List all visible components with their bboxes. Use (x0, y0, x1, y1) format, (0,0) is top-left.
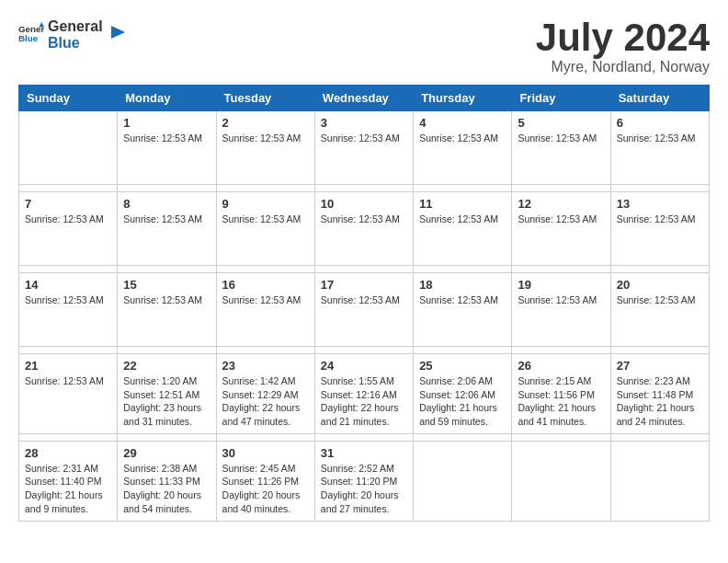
day-number: 14 (25, 278, 111, 292)
day-info: Sunrise: 12:53 AM (518, 213, 604, 226)
day-info: Sunrise: 2:52 AMSunset: 11:20 PMDaylight… (321, 462, 407, 516)
spacer-row (19, 347, 710, 354)
day-info: Sunrise: 12:53 AM (419, 132, 506, 145)
week-row-1: 1Sunrise: 12:53 AM2Sunrise: 12:53 AM3Sun… (19, 111, 710, 185)
calendar-cell: 31Sunrise: 2:52 AMSunset: 11:20 PMDaylig… (314, 441, 413, 521)
day-info: Sunrise: 12:53 AM (25, 213, 111, 226)
day-info: Sunrise: 12:53 AM (518, 132, 604, 145)
day-number: 27 (617, 359, 703, 373)
calendar-cell: 29Sunrise: 2:38 AMSunset: 11:33 PMDaylig… (118, 441, 216, 521)
day-number: 22 (123, 359, 210, 373)
calendar-cell: 23Sunrise: 1:42 AMSunset: 12:29 AMDaylig… (216, 354, 314, 434)
day-number: 2 (222, 116, 309, 130)
day-info: Sunrise: 12:53 AM (617, 132, 703, 145)
spacer-row (19, 266, 710, 273)
logo: General Blue General Blue (18, 18, 125, 51)
day-info: Sunrise: 1:55 AMSunset: 12:16 AMDaylight… (321, 374, 407, 429)
day-number: 3 (321, 116, 407, 130)
day-number: 5 (518, 116, 604, 130)
header-tuesday: Tuesday (216, 86, 314, 111)
day-number: 11 (419, 197, 506, 211)
svg-marker-3 (111, 26, 125, 39)
calendar-table: Sunday Monday Tuesday Wednesday Thursday… (18, 85, 710, 522)
header-monday: Monday (118, 86, 216, 111)
calendar-cell (610, 441, 709, 521)
day-info: Sunrise: 12:53 AM (321, 132, 407, 145)
header-thursday: Thursday (414, 86, 512, 111)
day-number: 24 (321, 359, 407, 373)
calendar-cell: 6Sunrise: 12:53 AM (610, 111, 709, 185)
calendar-cell: 24Sunrise: 1:55 AMSunset: 12:16 AMDaylig… (314, 354, 413, 434)
week-row-5: 28Sunrise: 2:31 AMSunset: 11:40 PMDaylig… (19, 441, 710, 521)
spacer-row (19, 433, 710, 441)
day-number: 1 (123, 116, 210, 130)
logo-blue: Blue (48, 35, 103, 52)
calendar-cell (19, 111, 118, 185)
day-number: 30 (222, 446, 309, 460)
calendar-cell: 7Sunrise: 12:53 AM (19, 192, 118, 266)
day-number: 25 (419, 359, 506, 373)
day-number: 26 (518, 359, 604, 373)
calendar-cell: 20Sunrise: 12:53 AM (610, 273, 709, 347)
logo-icon: General Blue (18, 22, 44, 48)
day-info: Sunrise: 12:53 AM (617, 213, 703, 226)
week-row-4: 21Sunrise: 12:53 AM22Sunrise: 1:20 AMSun… (19, 354, 710, 434)
calendar-cell: 22Sunrise: 1:20 AMSunset: 12:51 AMDaylig… (118, 354, 216, 434)
day-number: 17 (321, 278, 407, 292)
day-info: Sunrise: 12:53 AM (321, 213, 407, 226)
calendar-cell: 26Sunrise: 2:15 AMSunset: 11:56 PMDaylig… (512, 354, 610, 434)
day-info: Sunrise: 2:31 AMSunset: 11:40 PMDaylight… (25, 462, 111, 516)
calendar-cell: 1Sunrise: 12:53 AM (118, 111, 216, 185)
page-header: General Blue General Blue July 2024 Myre… (18, 18, 710, 75)
day-number: 12 (518, 197, 604, 211)
day-number: 21 (25, 359, 111, 373)
day-info: Sunrise: 12:53 AM (617, 293, 703, 307)
day-info: Sunrise: 12:53 AM (222, 293, 309, 307)
calendar-cell: 4Sunrise: 12:53 AM (414, 111, 512, 185)
title-block: July 2024 Myre, Nordland, Norway (536, 18, 710, 75)
header-wednesday: Wednesday (314, 86, 413, 111)
day-number: 18 (419, 278, 506, 292)
calendar-cell: 2Sunrise: 12:53 AM (216, 111, 314, 185)
day-number: 9 (222, 197, 309, 211)
calendar-cell: 15Sunrise: 12:53 AM (118, 273, 216, 347)
day-number: 31 (321, 446, 407, 460)
calendar-header-row: Sunday Monday Tuesday Wednesday Thursday… (19, 86, 710, 111)
logo-arrow-icon (107, 26, 125, 44)
calendar-cell: 18Sunrise: 12:53 AM (414, 273, 512, 347)
header-friday: Friday (512, 86, 610, 111)
day-info: Sunrise: 1:42 AMSunset: 12:29 AMDaylight… (222, 374, 309, 429)
day-number: 8 (123, 197, 210, 211)
calendar-cell (414, 441, 512, 521)
calendar-cell: 9Sunrise: 12:53 AM (216, 192, 314, 266)
spacer-row (19, 185, 710, 192)
day-number: 6 (617, 116, 703, 130)
day-info: Sunrise: 12:53 AM (25, 374, 111, 388)
day-info: Sunrise: 12:53 AM (123, 132, 210, 145)
calendar-cell: 3Sunrise: 12:53 AM (314, 111, 413, 185)
day-number: 16 (222, 278, 309, 292)
month-title: July 2024 (536, 18, 710, 57)
calendar-cell (512, 441, 610, 521)
day-number: 28 (25, 446, 111, 460)
day-info: Sunrise: 12:53 AM (25, 293, 111, 307)
day-info: Sunrise: 1:20 AMSunset: 12:51 AMDaylight… (123, 374, 210, 429)
week-row-2: 7Sunrise: 12:53 AM8Sunrise: 12:53 AM9Sun… (19, 192, 710, 266)
day-info: Sunrise: 12:53 AM (518, 293, 604, 307)
calendar-cell: 11Sunrise: 12:53 AM (414, 192, 512, 266)
day-number: 19 (518, 278, 604, 292)
header-saturday: Saturday (610, 86, 709, 111)
calendar-cell: 28Sunrise: 2:31 AMSunset: 11:40 PMDaylig… (19, 441, 118, 521)
calendar-cell: 13Sunrise: 12:53 AM (610, 192, 709, 266)
week-row-3: 14Sunrise: 12:53 AM15Sunrise: 12:53 AM16… (19, 273, 710, 347)
day-info: Sunrise: 12:53 AM (123, 213, 210, 226)
day-number: 23 (222, 359, 309, 373)
day-info: Sunrise: 12:53 AM (419, 213, 506, 226)
logo-general: General (48, 18, 103, 35)
day-number: 13 (617, 197, 703, 211)
calendar-cell: 16Sunrise: 12:53 AM (216, 273, 314, 347)
day-number: 20 (617, 278, 703, 292)
day-info: Sunrise: 2:06 AMSunset: 12:06 AMDaylight… (419, 374, 506, 429)
calendar-cell: 5Sunrise: 12:53 AM (512, 111, 610, 185)
day-info: Sunrise: 12:53 AM (222, 213, 309, 226)
